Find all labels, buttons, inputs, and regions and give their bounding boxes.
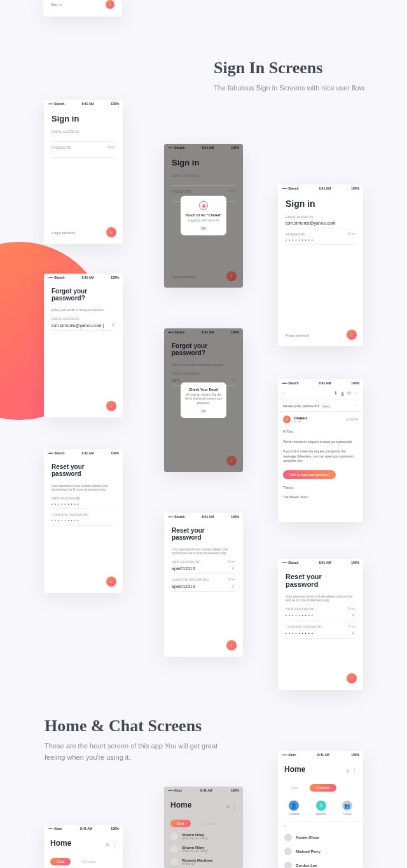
- section-letter: A: [278, 822, 363, 830]
- section-home-intro: Home & Chat Screens These are the heart …: [45, 717, 229, 763]
- check-icon: ✓: [111, 323, 115, 328]
- group-icon: 👥: [342, 801, 352, 811]
- tab-chat[interactable]: Chat: [284, 784, 305, 792]
- next-button[interactable]: ›: [106, 401, 116, 411]
- show-toggle[interactable]: Show: [348, 232, 355, 236]
- next-button[interactable]: ›: [226, 640, 237, 650]
- confirm-password-input[interactable]: • • • • • • • • •✓: [286, 631, 355, 639]
- forgot-link[interactable]: Forgot password: [286, 333, 309, 337]
- page-title: Sign in: [52, 114, 115, 123]
- modal-title: Touch ID for "Chated": [184, 213, 223, 217]
- email-subject: Reset your password: [283, 404, 319, 408]
- screen-forgot: ••••• Sketch8:41 AM100% Forgot your pass…: [44, 274, 123, 417]
- new-password-input[interactable]: • • • • • • • • •✓: [286, 613, 355, 621]
- avatar: [284, 862, 292, 868]
- home-title: Home: [50, 839, 71, 848]
- screen-email: ••••• Sketch8:41 AM100% ‹ ⬇ 🗑 ✉ ⋯ Reset …: [278, 379, 363, 522]
- check-icon: ✓: [231, 584, 235, 589]
- category-recents[interactable]: ≡Recents: [316, 801, 327, 816]
- screen-reset-dots: ••••• Sketch8:41 AM100% Reset your passw…: [278, 559, 363, 690]
- modal-text: We sent an email to Tap the link in that…: [184, 393, 223, 405]
- confirm-password-input[interactable]: aple012213✓: [172, 584, 235, 592]
- tab-contacts[interactable]: Contacts: [310, 784, 336, 792]
- tab-contacts[interactable]: Contacts: [76, 858, 102, 865]
- check-email-modal: Check Your Email We sent an email to Tap…: [181, 382, 226, 418]
- statusbar: ••••• Sketch8:41 AM100%: [278, 185, 363, 192]
- email-input[interactable]: [52, 136, 115, 142]
- section-signin-intro: Sign In Screens The fabulous Sign in Scr…: [214, 59, 366, 94]
- email-to: to me: [294, 420, 343, 423]
- chat-row[interactable]: Shawn RileyWhat are you doing?: [164, 843, 243, 855]
- password-input[interactable]: • • • • • • • • •: [286, 238, 355, 245]
- page-title: Forgot your password?: [52, 288, 115, 302]
- section-desc: The fabulous Sign in Screens with nice u…: [214, 83, 366, 94]
- page-title: Sign in: [286, 199, 355, 209]
- home-title: Home: [170, 801, 191, 809]
- signin-link[interactable]: Sign in: [51, 3, 62, 6]
- forgot-link[interactable]: Forgot password: [52, 231, 75, 235]
- screen-signin-touchid: ••••• Sketch8:41 AM100% Sign in EMAIL AD…: [164, 144, 243, 288]
- screen-home-contacts: ••••• Almz8:41 AM100% Home ⊙ ⋮ Chat Cont…: [278, 751, 363, 868]
- section-desc: These are the heart screen of this app Y…: [45, 741, 229, 763]
- next-button[interactable]: ›: [347, 673, 357, 683]
- ok-button[interactable]: OK: [184, 409, 223, 413]
- more-icon[interactable]: ⋮: [352, 769, 357, 773]
- search-icon[interactable]: ⊙: [226, 804, 230, 809]
- search-icon[interactable]: ⊙: [346, 769, 350, 773]
- ok-button[interactable]: OK: [184, 227, 223, 230]
- email-input[interactable]: tom.simonis@yahoo.com: [286, 221, 355, 228]
- new-password-input[interactable]: aple012213✓: [172, 566, 235, 574]
- next-button[interactable]: ›: [106, 227, 116, 237]
- category-group[interactable]: 👥Group: [342, 801, 352, 816]
- email-line: If you didn't make the request just igno…: [278, 447, 363, 466]
- more-icon[interactable]: ⋮: [232, 804, 237, 809]
- contacts-icon: 👤: [289, 801, 299, 811]
- screen-forgot-modal: ••••• Sketch8:41 AM100% Forgot your pass…: [164, 328, 243, 472]
- archive-icon[interactable]: ⬇: [334, 391, 338, 396]
- chat-row[interactable]: Shawn RileyWhat are you doing?: [164, 830, 243, 843]
- touchid-modal: ◉ Touch ID for "Chated" Logging in with …: [181, 196, 226, 235]
- next-button[interactable]: ›: [106, 577, 116, 587]
- contact-row[interactable]: Gordon Lee: [278, 858, 363, 868]
- email-input[interactable]: tom.simonis@yahoo.com |✓: [52, 323, 115, 331]
- screen-home-chatlist: ••••• Almz8:41 AM100% Home ⊙ ⋮ Chat Cont…: [164, 787, 243, 868]
- statusbar: ••••• Sketch8:41 AM100%: [44, 100, 123, 108]
- fingerprint-icon: ◉: [199, 201, 208, 210]
- trash-icon[interactable]: 🗑: [340, 391, 345, 396]
- tab-chat[interactable]: Chat: [170, 820, 191, 827]
- screen-reset-empty: ••••• Sketch8:41 AM100% Reset your passw…: [44, 449, 123, 593]
- screen-home-chat: ••••• Almz8:41 AM100% Home ⊙ ⋮ Chat Cont…: [44, 825, 123, 868]
- email-time: 10:00 AM: [346, 418, 358, 421]
- search-icon[interactable]: ⊙: [106, 843, 109, 847]
- mail-icon[interactable]: ✉: [347, 391, 351, 396]
- screen-signin-empty: ••••• Sketch8:41 AM100% Sign in EMAIL AD…: [44, 100, 123, 244]
- tab-contacts[interactable]: Contacts: [196, 820, 223, 827]
- chat-row[interactable]: Ricardo MartinezWhats up?: [164, 855, 243, 868]
- email-label: EMAIL ADDRESS: [52, 130, 115, 134]
- email-team: The Meakio Team: [278, 493, 363, 503]
- contact-name: Austin Olson: [296, 836, 319, 839]
- page-subtitle: Enter your email to find your account.: [52, 308, 115, 312]
- reset-link-button[interactable]: Cilck to reset your password: [283, 470, 336, 479]
- tab-chat[interactable]: Chat: [50, 858, 71, 865]
- confirm-password-input[interactable]: • • • • • • • • •: [52, 519, 115, 526]
- more-icon[interactable]: ⋮: [112, 843, 116, 847]
- avatar: [284, 848, 292, 855]
- more-icon[interactable]: ⋯: [354, 391, 358, 396]
- password-label: PASSWORDShow: [52, 146, 115, 150]
- star-icon[interactable]: ☆: [355, 403, 358, 408]
- email-label: EMAIL ADDRESS: [286, 215, 355, 219]
- next-button[interactable]: ›: [106, 0, 114, 9]
- next-button[interactable]: ›: [347, 330, 357, 340]
- avatar: [284, 834, 292, 841]
- show-toggle[interactable]: Show: [107, 146, 115, 150]
- contact-row[interactable]: Austin Olson: [278, 830, 363, 844]
- screen-reset-filled: ••••• Sketch8:41 AM100% Reset your passw…: [164, 513, 243, 657]
- contact-row[interactable]: Micheal Perry: [278, 844, 363, 858]
- page-subtitle: Your password must include atleast one s…: [52, 484, 115, 491]
- category-contacts[interactable]: 👤Contacts: [289, 801, 300, 816]
- contact-name: Micheal Perry: [296, 850, 321, 853]
- new-password-input[interactable]: • • • • • • • • •: [52, 502, 115, 509]
- back-icon[interactable]: ‹: [283, 391, 284, 396]
- password-input[interactable]: [52, 151, 115, 158]
